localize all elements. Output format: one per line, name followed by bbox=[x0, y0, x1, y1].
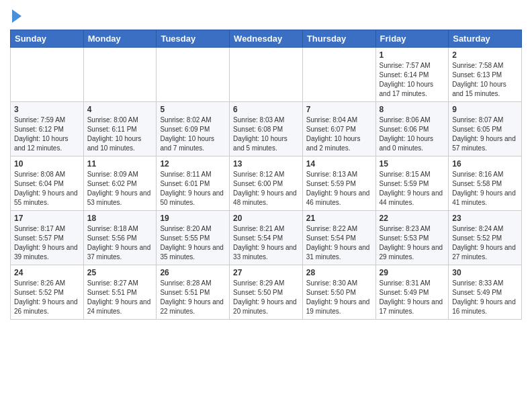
day-content: Sunrise: 8:08 AM Sunset: 6:04 PM Dayligh… bbox=[14, 170, 80, 208]
calendar-day-header: Wednesday bbox=[230, 30, 303, 48]
calendar-day-cell: 10Sunrise: 8:08 AM Sunset: 6:04 PM Dayli… bbox=[11, 156, 84, 211]
calendar-day-cell: 13Sunrise: 8:12 AM Sunset: 6:00 PM Dayli… bbox=[230, 156, 303, 211]
day-number: 29 bbox=[380, 268, 445, 277]
day-number: 21 bbox=[306, 214, 372, 223]
header bbox=[10, 7, 522, 23]
day-content: Sunrise: 8:17 AM Sunset: 5:57 PM Dayligh… bbox=[14, 224, 80, 262]
calendar-day-cell: 4Sunrise: 8:00 AM Sunset: 6:11 PM Daylig… bbox=[83, 102, 157, 156]
calendar-day-cell: 7Sunrise: 8:04 AM Sunset: 6:07 PM Daylig… bbox=[302, 102, 375, 156]
day-content: Sunrise: 8:11 AM Sunset: 6:01 PM Dayligh… bbox=[160, 170, 226, 208]
calendar-header-row: SundayMondayTuesdayWednesdayThursdayFrid… bbox=[11, 30, 522, 48]
day-content: Sunrise: 8:04 AM Sunset: 6:07 PM Dayligh… bbox=[306, 116, 372, 153]
day-number: 11 bbox=[87, 159, 153, 169]
calendar-day-cell: 6Sunrise: 8:03 AM Sunset: 6:08 PM Daylig… bbox=[230, 102, 303, 156]
calendar-day-cell: 28Sunrise: 8:30 AM Sunset: 5:50 PM Dayli… bbox=[302, 265, 375, 320]
calendar-day-cell: 23Sunrise: 8:24 AM Sunset: 5:52 PM Dayli… bbox=[449, 211, 522, 265]
day-number: 20 bbox=[233, 214, 299, 223]
day-number: 26 bbox=[160, 268, 226, 277]
day-content: Sunrise: 8:31 AM Sunset: 5:49 PM Dayligh… bbox=[380, 279, 445, 316]
calendar-day-cell: 18Sunrise: 8:18 AM Sunset: 5:56 PM Dayli… bbox=[83, 211, 157, 265]
day-number: 12 bbox=[160, 159, 226, 169]
calendar-day-cell bbox=[157, 48, 230, 102]
day-number: 9 bbox=[452, 105, 518, 114]
calendar-day-cell: 8Sunrise: 8:06 AM Sunset: 6:06 PM Daylig… bbox=[375, 102, 449, 156]
day-number: 24 bbox=[14, 268, 80, 277]
day-number: 16 bbox=[452, 159, 518, 169]
calendar-week-row: 17Sunrise: 8:17 AM Sunset: 5:57 PM Dayli… bbox=[11, 211, 522, 265]
calendar-day-cell: 22Sunrise: 8:23 AM Sunset: 5:53 PM Dayli… bbox=[375, 211, 449, 265]
calendar-day-cell: 1Sunrise: 7:57 AM Sunset: 6:14 PM Daylig… bbox=[375, 48, 449, 102]
day-content: Sunrise: 8:13 AM Sunset: 5:59 PM Dayligh… bbox=[306, 170, 372, 208]
calendar-day-cell: 5Sunrise: 8:02 AM Sunset: 6:09 PM Daylig… bbox=[157, 102, 230, 156]
calendar-day-cell: 20Sunrise: 8:21 AM Sunset: 5:54 PM Dayli… bbox=[230, 211, 303, 265]
calendar-day-header: Sunday bbox=[11, 30, 84, 48]
day-content: Sunrise: 8:15 AM Sunset: 5:59 PM Dayligh… bbox=[380, 170, 445, 208]
day-number: 4 bbox=[87, 105, 153, 114]
calendar-day-cell: 29Sunrise: 8:31 AM Sunset: 5:49 PM Dayli… bbox=[375, 265, 449, 320]
calendar-day-cell: 11Sunrise: 8:09 AM Sunset: 6:02 PM Dayli… bbox=[83, 156, 157, 211]
day-content: Sunrise: 8:02 AM Sunset: 6:09 PM Dayligh… bbox=[160, 116, 226, 153]
page: SundayMondayTuesdayWednesdayThursdayFrid… bbox=[0, 0, 532, 330]
day-content: Sunrise: 8:24 AM Sunset: 5:52 PM Dayligh… bbox=[452, 224, 518, 262]
day-number: 22 bbox=[380, 214, 445, 223]
day-content: Sunrise: 8:12 AM Sunset: 6:00 PM Dayligh… bbox=[233, 170, 299, 208]
day-number: 28 bbox=[306, 268, 372, 277]
day-number: 25 bbox=[87, 268, 153, 277]
day-content: Sunrise: 8:03 AM Sunset: 6:08 PM Dayligh… bbox=[233, 116, 299, 153]
day-content: Sunrise: 8:27 AM Sunset: 5:51 PM Dayligh… bbox=[87, 279, 153, 316]
calendar-day-cell: 2Sunrise: 7:58 AM Sunset: 6:13 PM Daylig… bbox=[449, 48, 522, 102]
calendar-day-cell: 30Sunrise: 8:33 AM Sunset: 5:49 PM Dayli… bbox=[449, 265, 522, 320]
calendar-week-row: 10Sunrise: 8:08 AM Sunset: 6:04 PM Dayli… bbox=[11, 156, 522, 211]
calendar-table: SundayMondayTuesdayWednesdayThursdayFrid… bbox=[10, 30, 522, 320]
day-number: 19 bbox=[160, 214, 226, 223]
calendar-day-header: Tuesday bbox=[157, 30, 230, 48]
day-content: Sunrise: 8:18 AM Sunset: 5:56 PM Dayligh… bbox=[87, 224, 153, 262]
day-number: 17 bbox=[14, 214, 80, 223]
day-content: Sunrise: 8:33 AM Sunset: 5:49 PM Dayligh… bbox=[452, 279, 518, 316]
calendar-day-cell: 12Sunrise: 8:11 AM Sunset: 6:01 PM Dayli… bbox=[157, 156, 230, 211]
day-content: Sunrise: 8:16 AM Sunset: 5:58 PM Dayligh… bbox=[452, 170, 518, 208]
day-content: Sunrise: 7:57 AM Sunset: 6:14 PM Dayligh… bbox=[380, 61, 445, 99]
calendar-day-cell: 16Sunrise: 8:16 AM Sunset: 5:58 PM Dayli… bbox=[449, 156, 522, 211]
calendar-day-cell: 14Sunrise: 8:13 AM Sunset: 5:59 PM Dayli… bbox=[302, 156, 375, 211]
day-content: Sunrise: 8:22 AM Sunset: 5:54 PM Dayligh… bbox=[306, 224, 372, 262]
day-number: 5 bbox=[160, 105, 226, 114]
calendar-day-cell: 25Sunrise: 8:27 AM Sunset: 5:51 PM Dayli… bbox=[83, 265, 157, 320]
day-content: Sunrise: 8:06 AM Sunset: 6:06 PM Dayligh… bbox=[380, 116, 445, 153]
calendar-day-cell bbox=[83, 48, 157, 102]
logo-arrow-icon bbox=[12, 9, 21, 23]
calendar-day-cell: 19Sunrise: 8:20 AM Sunset: 5:55 PM Dayli… bbox=[157, 211, 230, 265]
day-number: 3 bbox=[14, 105, 80, 114]
day-content: Sunrise: 8:07 AM Sunset: 6:05 PM Dayligh… bbox=[452, 116, 518, 153]
calendar-day-header: Saturday bbox=[449, 30, 522, 48]
day-number: 27 bbox=[233, 268, 299, 277]
calendar-day-cell: 26Sunrise: 8:28 AM Sunset: 5:51 PM Dayli… bbox=[157, 265, 230, 320]
day-number: 8 bbox=[380, 105, 445, 114]
day-content: Sunrise: 8:28 AM Sunset: 5:51 PM Dayligh… bbox=[160, 279, 226, 316]
calendar-week-row: 1Sunrise: 7:57 AM Sunset: 6:14 PM Daylig… bbox=[11, 48, 522, 102]
calendar-day-cell: 9Sunrise: 8:07 AM Sunset: 6:05 PM Daylig… bbox=[449, 102, 522, 156]
logo bbox=[10, 7, 21, 23]
calendar-day-cell: 21Sunrise: 8:22 AM Sunset: 5:54 PM Dayli… bbox=[302, 211, 375, 265]
calendar-day-cell bbox=[11, 48, 84, 102]
day-content: Sunrise: 8:26 AM Sunset: 5:52 PM Dayligh… bbox=[14, 279, 80, 316]
day-number: 15 bbox=[380, 159, 445, 169]
calendar-week-row: 3Sunrise: 7:59 AM Sunset: 6:12 PM Daylig… bbox=[11, 102, 522, 156]
calendar-day-cell bbox=[230, 48, 303, 102]
day-content: Sunrise: 7:59 AM Sunset: 6:12 PM Dayligh… bbox=[14, 116, 80, 153]
day-number: 13 bbox=[233, 159, 299, 169]
calendar-day-cell: 15Sunrise: 8:15 AM Sunset: 5:59 PM Dayli… bbox=[375, 156, 449, 211]
day-number: 6 bbox=[233, 105, 299, 114]
calendar-day-header: Thursday bbox=[302, 30, 375, 48]
calendar-week-row: 24Sunrise: 8:26 AM Sunset: 5:52 PM Dayli… bbox=[11, 265, 522, 320]
day-content: Sunrise: 8:21 AM Sunset: 5:54 PM Dayligh… bbox=[233, 224, 299, 262]
day-number: 2 bbox=[452, 50, 518, 60]
day-content: Sunrise: 8:00 AM Sunset: 6:11 PM Dayligh… bbox=[87, 116, 153, 153]
calendar-day-cell bbox=[302, 48, 375, 102]
day-number: 18 bbox=[87, 214, 153, 223]
calendar-day-cell: 24Sunrise: 8:26 AM Sunset: 5:52 PM Dayli… bbox=[11, 265, 84, 320]
calendar-day-cell: 3Sunrise: 7:59 AM Sunset: 6:12 PM Daylig… bbox=[11, 102, 84, 156]
calendar-day-header: Monday bbox=[83, 30, 157, 48]
day-content: Sunrise: 8:20 AM Sunset: 5:55 PM Dayligh… bbox=[160, 224, 226, 262]
day-number: 14 bbox=[306, 159, 372, 169]
